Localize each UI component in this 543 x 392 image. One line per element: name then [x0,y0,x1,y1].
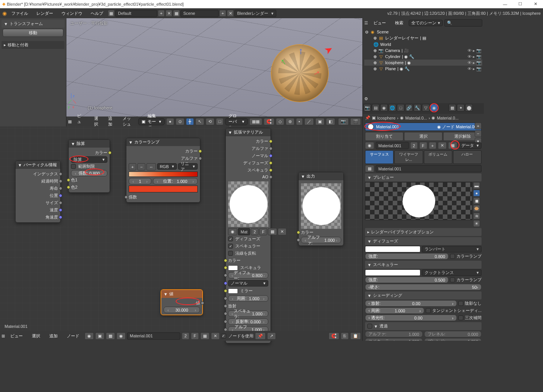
pipeline-panel-header[interactable]: ▸ レンダーパイプラインオプション [365,228,482,236]
screen-layout-field[interactable]: Default [115,10,157,17]
transparency-enable-checkbox[interactable] [367,324,372,329]
ramp-interp-dropdown[interactable]: リニア▾ [178,163,198,170]
node-color-ramp[interactable]: ▼ カラーランプ カラー アルファ + − ↔ RGB▾ リニア▾ ‹1› ‹位… [126,138,200,203]
diffuse-intensity-field[interactable]: ‹ディフュー: 0.800› [228,272,268,279]
editor-type-icon[interactable]: ▦ [68,119,72,124]
material-nodes-icon[interactable]: ▦ [448,142,457,149]
blend-field[interactable]: ブレンド:1.250 [424,338,482,341]
menu-help[interactable]: ヘルプ [87,9,107,17]
minimize-button[interactable]: — [497,0,513,8]
editor-type-icon[interactable]: ⊞ [2,334,5,338]
ramp-add-button[interactable]: + [129,163,136,170]
manipulator-scale-icon[interactable]: □ [216,118,224,125]
shadeless-checkbox[interactable] [458,301,463,306]
scene-del-button[interactable]: ✕ [227,10,234,17]
mat-browse-icon[interactable]: ◉ [228,228,237,235]
layout-add-button[interactable]: + [158,10,165,17]
limit-selection-icon[interactable]: ◧ [326,118,335,125]
mat-browse-icon[interactable]: ◉ [116,332,126,340]
tab-material-icon[interactable]: ◉ [430,104,438,112]
node-header[interactable]: ▼ パーティクル情報 [16,161,60,169]
preview-flat-icon[interactable]: ▬ [473,182,480,189]
tab-particle-icon[interactable]: ✦ [457,104,464,112]
ne-view-menu[interactable]: ビュー [6,332,27,340]
ne-add-menu[interactable]: 追加 [46,332,61,340]
snap-ne-icon[interactable]: 🧲 [329,332,339,340]
volume-tab[interactable]: ボリューム [424,150,452,164]
ne-node-toggle-icon[interactable]: ▦ [200,332,209,340]
tab-texture-icon[interactable]: ▩ [449,104,456,112]
mesh-select-vert-icon[interactable]: ▪ [296,118,303,125]
ambient-field-prop[interactable]: ‹ 周囲:1.000› [365,307,424,314]
transp-spec-field[interactable]: スペキュラー:1.000 [365,338,423,341]
material-add-button[interactable]: + [429,142,436,149]
ne-material-field[interactable]: Material.001 [127,332,180,340]
manipulator-icon[interactable]: ╋ [186,118,194,125]
mode-dropdown[interactable]: ▣ 編集モード ▾ [138,118,165,125]
wire-tab[interactable]: ワイヤーフレ... [394,150,423,164]
shading-panel-header[interactable]: ▼ シェーディング [365,291,482,299]
material-users[interactable]: 2 [410,142,418,149]
mesh-menu[interactable]: メッシュ [119,115,137,126]
mat-node-icon[interactable]: ▦ [268,228,277,235]
ne-users[interactable]: 2 [182,332,189,340]
tab-physics-icon[interactable]: ⬤ [465,104,473,112]
math-operation-dropdown[interactable]: 除算▾ [71,156,107,163]
surface-tab[interactable]: サーフェス [365,150,393,164]
transp-alpha-field[interactable]: アルファ:1.000 [365,331,423,337]
tree-scene[interactable]: ⊖◉Scene [364,29,482,35]
diffuse-intensity-field[interactable]: 強度:0.800 [365,253,449,260]
slot-del-button[interactable]: − [475,130,482,137]
color-ramp-gradient[interactable] [129,172,198,177]
preview-monkey-icon[interactable]: 🐵 [473,205,480,212]
scene-field[interactable]: Scene [181,10,219,17]
cubic-checkbox[interactable] [458,315,463,320]
tree-icosphere[interactable]: ⊕▽Icosphere | ◉👁 ▸ 📷 [364,60,482,66]
fresnel-field[interactable]: フレネル:0.000 [424,331,482,337]
parent-node-icon[interactable]: ↗ [267,332,276,340]
emit-field[interactable]: ‹ 放射:0.00› [365,300,457,307]
outliner-filter-dropdown[interactable]: 全てのシーン▾ [409,20,443,26]
shading-solid-icon[interactable]: ● [166,118,174,125]
mesh-select-face-icon[interactable]: ▣ [315,118,324,125]
node-value[interactable]: ▼ 値 値 ‹30.000› [161,290,203,315]
material-link-dropdown[interactable]: データ▾ [459,142,482,149]
crumb-mat2[interactable]: Material.0... [437,116,458,120]
clamp-checkbox[interactable] [71,164,76,169]
preview-panel-header[interactable]: ▼ プレビュー [365,173,482,181]
outliner-editor-icon[interactable]: ☰ [364,20,368,25]
select-menu[interactable]: 選択 [90,115,103,126]
crumb-mat1[interactable]: Material.0... [405,116,427,120]
specular-shader-dropdown[interactable]: クックトランス▾ [422,269,482,276]
tree-renderlayers[interactable]: ⊕▤レンダーレイヤー | ▤ [364,35,482,41]
ramp-mode-dropdown[interactable]: RGB▾ [157,163,177,170]
slot-add-button[interactable]: + [475,123,482,129]
orientation-dropdown[interactable]: グローバル ▾ [225,118,248,125]
manipulator-translate-icon[interactable]: ↖ [195,118,204,125]
ne-select-menu[interactable]: 選択 [28,332,44,340]
select-button[interactable]: 選択 [404,132,442,141]
mat-unlink-button[interactable]: ✕ [278,228,286,235]
diffuse-color[interactable] [365,246,420,252]
ramp-flip-icon[interactable]: ↔ [146,163,156,170]
mat-users[interactable]: 2 [251,228,258,235]
tab-render-icon[interactable]: 📷 [364,104,371,112]
snap-panel-header[interactable]: ▸ 移動と付着 [2,41,65,49]
ramp-color-swatch[interactable] [129,186,198,192]
proportional-icon[interactable]: ⊚ [286,118,294,125]
tree-plane[interactable]: ⊕▽Plane | ◉ 🔧👁 ▸ 📷 [364,66,482,72]
material-unlink-button[interactable]: ✕ [438,142,447,149]
material-name-field[interactable]: Material.001 [376,142,409,149]
material-f-button[interactable]: F [419,142,427,149]
snap-target-icon[interactable]: ◇ [276,118,284,125]
pin-icon[interactable]: 📌 [365,115,370,120]
preview-cube-icon[interactable]: ◼ [473,197,480,204]
menu-file[interactable]: ファイル [8,9,32,17]
menu-render[interactable]: レンダー [33,9,57,17]
ramp-index-field[interactable]: ‹1› [129,178,151,184]
translate-button[interactable]: 移動 [3,29,63,37]
transform-panel-header[interactable]: ▼ トランスフォーム [2,20,65,28]
tab-modifier-icon[interactable]: 🔧 [414,104,421,112]
diffuse-panel-header[interactable]: ▼ ディフューズ [365,237,482,245]
close-button[interactable]: ✕ [528,0,543,8]
